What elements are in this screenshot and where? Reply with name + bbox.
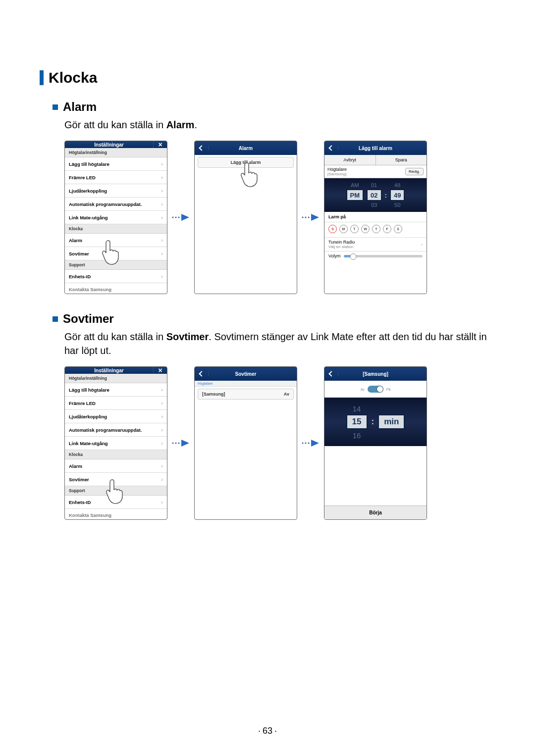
list-item[interactable]: Automatisk programvaruuppdat.› <box>65 423 167 437</box>
close-icon: × <box>158 367 162 374</box>
list-item[interactable]: Enhets-ID› <box>65 270 167 283</box>
sovtimer-flow-row: Inställningar × Högtalarinställning Lägg… <box>64 366 495 520</box>
on-off-switch[interactable] <box>368 386 383 393</box>
list-item-alarm[interactable]: Alarm› <box>65 459 167 473</box>
edit-label: Redig. <box>409 169 420 174</box>
sovtimer-description: Gör att du kan ställa in Sovtimer. Sovti… <box>64 330 495 357</box>
ampm-column[interactable]: AM PM <box>346 181 364 209</box>
accent-bar-icon <box>40 70 44 85</box>
day-label: S <box>397 227 399 231</box>
speaker-value: [Samsung] <box>327 172 347 176</box>
back-button[interactable] <box>195 372 209 376</box>
wheel-value-selected: 15 <box>346 414 368 429</box>
day-label: T <box>353 227 355 231</box>
day-label: S <box>331 227 334 231</box>
close-button[interactable]: × <box>153 367 167 374</box>
minute-column[interactable]: 48 49 50 <box>390 181 405 209</box>
switch-off-label: Av <box>361 388 365 391</box>
chevron-right-icon: › <box>421 242 423 247</box>
alarm-description: Gör att du kan ställa in Alarm. <box>64 118 495 132</box>
time-picker[interactable]: AM PM 01 02 03 : 48 49 50 <box>324 178 427 212</box>
svg-point-9 <box>175 442 176 444</box>
phone-settings-alarm: Inställningar × Högtalarinställning Lägg… <box>64 141 167 294</box>
minute-column[interactable]: 14 15 16 <box>346 403 368 441</box>
edit-button[interactable]: Redig. <box>405 168 424 175</box>
list-item[interactable]: Ljudåterkoppling› <box>65 184 167 198</box>
chevron-right-icon: › <box>161 251 163 256</box>
list-item[interactable]: Link Mate-utgång› <box>65 437 167 450</box>
day-label: F <box>386 227 388 231</box>
list-item-label: Alarm <box>69 463 82 469</box>
subheading-sovtimer-text: Sovtimer <box>63 312 114 326</box>
duration-picker[interactable]: 14 15 16 : min <box>324 398 427 446</box>
phone-sleep-timer: [Samsung] Av På 14 15 16 : <box>324 366 427 520</box>
sovtimer-speaker-item[interactable]: [Samsung] Av <box>198 389 294 400</box>
svg-point-2 <box>178 216 179 218</box>
day-selector: S M T W T F S <box>324 222 427 238</box>
subheading-sovtimer: Sovtimer <box>53 312 495 326</box>
colon-column: : <box>371 403 375 441</box>
back-button[interactable] <box>324 146 338 150</box>
page-number-text: 63 <box>256 726 279 736</box>
volume-slider[interactable] <box>344 255 423 257</box>
close-button[interactable]: × <box>153 141 167 148</box>
back-button[interactable] <box>324 372 338 376</box>
flow-arrow-icon <box>297 438 324 448</box>
day-toggle[interactable]: T <box>372 225 380 233</box>
chevron-right-icon: › <box>161 214 163 220</box>
day-toggle[interactable]: M <box>339 225 348 233</box>
list-item-cutoff: Kontakta Samsung <box>65 509 167 520</box>
svg-point-5 <box>305 216 306 218</box>
day-toggle[interactable]: T <box>350 225 359 233</box>
list-item-label: Sovtimer <box>69 251 89 256</box>
speaker-label: Högtalare <box>327 167 347 172</box>
svg-point-14 <box>308 442 309 444</box>
phone-sovtimer-list: Sovtimer Högtalare [Samsung] Av <box>194 366 297 520</box>
chevron-left-icon <box>328 145 334 151</box>
day-toggle[interactable]: W <box>361 225 370 233</box>
list-item-label: Enhets-ID <box>69 274 91 279</box>
flow-arrow-icon <box>167 212 194 222</box>
chevron-right-icon: › <box>161 237 163 243</box>
titlebar-settings: Inställningar × <box>65 367 167 374</box>
heading-klocka: Klocka <box>40 69 495 86</box>
list-item[interactable]: Främre LED› <box>65 397 167 410</box>
alarm-flow-row: Inställningar × Högtalarinställning Lägg… <box>64 141 495 294</box>
list-item[interactable]: Lägg till högtalare› <box>65 383 167 397</box>
titlebar-samsung-text: [Samsung] <box>338 371 413 377</box>
list-item[interactable]: Ljudåterkoppling› <box>65 410 167 423</box>
list-item[interactable]: Link Mate-utgång› <box>65 211 167 224</box>
day-toggle[interactable]: F <box>383 225 391 233</box>
list-item-label: Ljudåterkoppling <box>69 188 107 194</box>
hour-column[interactable]: 01 02 03 <box>367 181 381 209</box>
list-item-label: Enhets-ID <box>69 500 91 505</box>
day-toggle[interactable]: S <box>394 225 402 233</box>
list-item-label: Link Mate-utgång <box>69 441 108 446</box>
unit-column: min <box>378 403 405 441</box>
subheading-alarm: Alarm <box>53 100 495 114</box>
svg-point-8 <box>172 442 173 444</box>
list-item-cutoff: Kontakta Samsung <box>65 283 167 294</box>
on-off-switch-row: Av På <box>324 381 427 395</box>
svg-point-4 <box>302 216 303 218</box>
chevron-right-icon: › <box>161 427 163 433</box>
list-item[interactable]: Automatisk programvaruuppdat.› <box>65 198 167 211</box>
back-button[interactable] <box>195 146 209 150</box>
tunein-sub: Välj en station <box>328 245 355 249</box>
list-item-label: Främre LED <box>69 175 96 180</box>
day-toggle[interactable]: S <box>328 225 337 233</box>
larm-pa-label: Larm på <box>324 212 427 222</box>
svg-marker-11 <box>181 440 189 447</box>
save-button[interactable]: Spara <box>376 155 427 165</box>
chevron-right-icon: › <box>161 201 163 207</box>
tunein-label: Tunein Radio <box>328 240 355 245</box>
list-item[interactable]: Främre LED› <box>65 171 167 184</box>
list-item[interactable]: Lägg till högtalare› <box>65 157 167 171</box>
svg-point-0 <box>172 216 173 218</box>
start-button[interactable]: Börja <box>324 505 427 519</box>
cancel-button[interactable]: Avbryt <box>324 155 376 165</box>
svg-point-13 <box>305 442 306 444</box>
list-item-label: Lägg till högtalare <box>69 161 109 167</box>
tunein-row[interactable]: Tunein Radio Välj en station › <box>324 238 427 252</box>
section-header-klocka: Klocka <box>65 224 167 234</box>
